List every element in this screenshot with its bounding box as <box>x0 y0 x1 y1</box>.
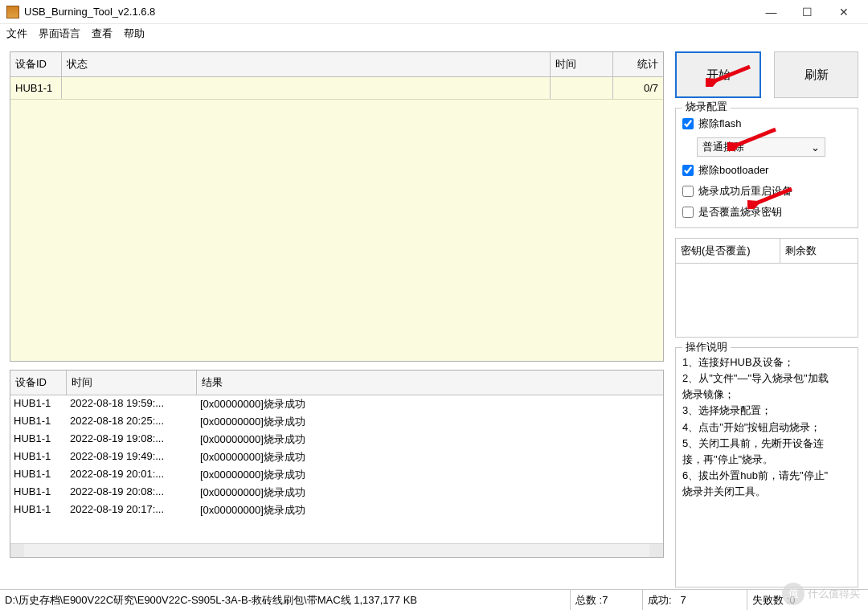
refresh-button[interactable]: 刷新 <box>774 51 858 98</box>
titlebar: USB_Burning_Tool_v2.1.6.8 — ☐ ✕ <box>0 0 868 24</box>
watermark-text: 什么值得买 <box>808 587 860 601</box>
header-stat[interactable]: 统计 <box>613 52 663 76</box>
maximize-button[interactable]: ☐ <box>789 1 825 23</box>
status-total: 总数 : 7 <box>571 590 643 610</box>
window-title: USB_Burning_Tool_v2.1.6.8 <box>24 6 155 18</box>
help-line: 3、选择烧录配置； <box>682 403 851 419</box>
menu-view[interactable]: 查看 <box>92 27 113 41</box>
header-time[interactable]: 时间 <box>551 52 613 76</box>
erase-mode-select[interactable]: 普通擦除 ⌄ <box>697 137 825 157</box>
row-time <box>551 77 613 99</box>
log-header-time[interactable]: 时间 <box>67 371 197 395</box>
erase-bootloader-input[interactable] <box>682 165 694 176</box>
list-item[interactable]: HUB1-12022-08-19 19:49:...[0x00000000]烧录… <box>10 448 663 466</box>
menu-language[interactable]: 界面语言 <box>39 27 80 41</box>
help-line: 6、拔出外置hub前，请先"停止" <box>682 468 851 484</box>
close-button[interactable]: ✕ <box>825 1 862 23</box>
device-grid-body: HUB1-1 0/7 <box>10 77 663 361</box>
reboot-after-input[interactable] <box>682 186 694 197</box>
window-controls: — ☐ ✕ <box>753 1 862 23</box>
log-list: 设备ID 时间 结果 HUB1-12022-08-18 19:59:...[0x… <box>10 370 664 558</box>
statusbar: D:\历史存档\E900V22C研究\E900V22C-S905L-3A-B-救… <box>0 589 868 610</box>
help-line: 2、从"文件"—"导入烧录包"加载 <box>682 371 851 387</box>
help-line: 烧录并关闭工具。 <box>682 484 851 500</box>
help-panel: 操作说明 1、连接好HUB及设备； 2、从"文件"—"导入烧录包"加载 烧录镜像… <box>675 347 858 587</box>
log-header-device-id[interactable]: 设备ID <box>10 371 67 395</box>
erase-flash-input[interactable] <box>682 118 694 129</box>
log-cell-time: 2022-08-19 20:17:... <box>67 502 197 519</box>
menu-help[interactable]: 帮助 <box>124 27 145 41</box>
device-grid-header: 设备ID 状态 时间 统计 <box>10 52 663 77</box>
help-line: 4、点击"开始"按钮启动烧录； <box>682 420 851 436</box>
log-cell-time: 2022-08-18 19:59:... <box>67 395 197 413</box>
list-item[interactable]: HUB1-12022-08-18 19:59:...[0x00000000]烧录… <box>10 395 663 413</box>
log-cell-result: [0x00000000]烧录成功 <box>197 431 663 448</box>
log-cell-result: [0x00000000]烧录成功 <box>197 502 663 519</box>
key-table: 密钥(是否覆盖) 剩余数 <box>675 238 858 338</box>
log-cell-result: [0x00000000]烧录成功 <box>197 413 663 431</box>
log-cell-device-id: HUB1-1 <box>10 484 67 502</box>
header-device-id[interactable]: 设备ID <box>10 52 62 76</box>
log-cell-result: [0x00000000]烧录成功 <box>197 466 663 484</box>
log-header: 设备ID 时间 结果 <box>10 371 663 395</box>
log-cell-time: 2022-08-18 20:25:... <box>67 413 197 431</box>
status-path: D:\历史存档\E900V22C研究\E900V22C-S905L-3A-B-救… <box>0 590 571 610</box>
log-cell-device-id: HUB1-1 <box>10 431 67 448</box>
key-header-remain[interactable]: 剩余数 <box>780 239 858 263</box>
row-device-id: HUB1-1 <box>10 77 62 99</box>
table-row[interactable]: HUB1-1 0/7 <box>10 77 663 100</box>
erase-bootloader-checkbox[interactable]: 擦除bootloader <box>682 163 851 178</box>
minimize-button[interactable]: — <box>753 1 789 23</box>
list-item[interactable]: HUB1-12022-08-19 20:01:...[0x00000000]烧录… <box>10 466 663 484</box>
overwrite-key-input[interactable] <box>682 207 694 218</box>
log-cell-device-id: HUB1-1 <box>10 466 67 484</box>
horizontal-scrollbar[interactable] <box>10 543 663 557</box>
burn-config-title: 烧录配置 <box>682 100 731 114</box>
log-cell-time: 2022-08-19 19:49:... <box>67 448 197 466</box>
menubar: 文件 界面语言 查看 帮助 <box>0 24 868 43</box>
help-title: 操作说明 <box>682 339 731 355</box>
log-body: HUB1-12022-08-18 19:59:...[0x00000000]烧录… <box>10 395 663 543</box>
chevron-down-icon: ⌄ <box>811 141 820 154</box>
help-line: 1、连接好HUB及设备； <box>682 354 851 371</box>
log-cell-result: [0x00000000]烧录成功 <box>197 395 663 413</box>
reboot-after-label: 烧录成功后重启设备 <box>698 184 792 199</box>
help-line: 5、关闭工具前，先断开设备连 <box>682 436 851 452</box>
overwrite-key-label: 是否覆盖烧录密钥 <box>698 205 782 219</box>
log-header-result[interactable]: 结果 <box>197 371 663 395</box>
log-cell-device-id: HUB1-1 <box>10 502 67 519</box>
reboot-after-checkbox[interactable]: 烧录成功后重启设备 <box>682 184 851 199</box>
list-item[interactable]: HUB1-12022-08-18 20:25:...[0x00000000]烧录… <box>10 413 663 431</box>
erase-flash-checkbox[interactable]: 擦除flash <box>682 117 851 131</box>
log-cell-time: 2022-08-19 20:01:... <box>67 466 197 484</box>
status-success: 成功: 7 <box>643 590 747 610</box>
overwrite-key-checkbox[interactable]: 是否覆盖烧录密钥 <box>682 205 851 219</box>
log-cell-device-id: HUB1-1 <box>10 448 67 466</box>
list-item[interactable]: HUB1-12022-08-19 20:08:...[0x00000000]烧录… <box>10 484 663 502</box>
start-button[interactable]: 开始 <box>675 51 761 98</box>
help-line: 接，再"停止"烧录。 <box>682 452 851 468</box>
log-cell-device-id: HUB1-1 <box>10 413 67 431</box>
log-cell-device-id: HUB1-1 <box>10 395 67 413</box>
watermark: 值 什么值得买 <box>782 583 860 605</box>
log-cell-result: [0x00000000]烧录成功 <box>197 484 663 502</box>
key-header-key[interactable]: 密钥(是否覆盖) <box>676 239 780 263</box>
watermark-icon: 值 <box>782 583 805 605</box>
erase-flash-label: 擦除flash <box>698 117 741 131</box>
app-icon <box>6 6 19 18</box>
erase-mode-value: 普通擦除 <box>702 140 744 154</box>
header-status[interactable]: 状态 <box>62 52 551 76</box>
erase-bootloader-label: 擦除bootloader <box>698 163 768 178</box>
log-cell-time: 2022-08-19 19:08:... <box>67 431 197 448</box>
row-stat: 0/7 <box>613 77 663 99</box>
menu-file[interactable]: 文件 <box>6 27 27 41</box>
row-status <box>62 77 551 99</box>
help-line: 烧录镜像； <box>682 387 851 403</box>
list-item[interactable]: HUB1-12022-08-19 19:08:...[0x00000000]烧录… <box>10 431 663 448</box>
log-cell-result: [0x00000000]烧录成功 <box>197 448 663 466</box>
burn-config-panel: 烧录配置 擦除flash 普通擦除 ⌄ 擦除bootloader 烧录成功后重启… <box>675 108 858 228</box>
list-item[interactable]: HUB1-12022-08-19 20:17:...[0x00000000]烧录… <box>10 502 663 519</box>
device-grid: 设备ID 状态 时间 统计 HUB1-1 0/7 <box>10 51 664 362</box>
log-cell-time: 2022-08-19 20:08:... <box>67 484 197 502</box>
